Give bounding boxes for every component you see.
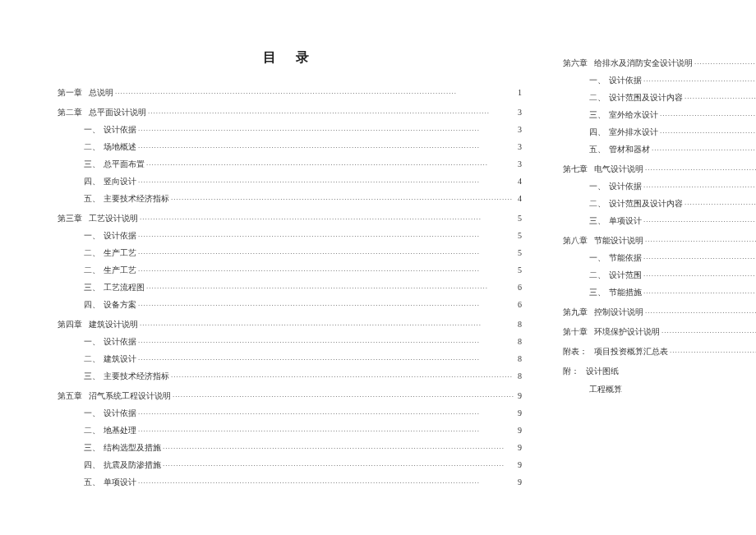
toc-leader: ········································…	[642, 217, 756, 225]
toc-text: 沼气系统工程设计说明	[89, 390, 171, 402]
toc-text: 工艺设计说明	[89, 213, 138, 224]
toc-leader: ········································…	[642, 288, 756, 297]
sub-label: 二、	[589, 92, 606, 104]
toc-page: 9	[518, 391, 522, 400]
toc-leader: ········································…	[642, 76, 756, 85]
appendix-text: 项目投资概算汇总表	[594, 346, 668, 357]
toc-subitem: 二、设计范围及设计内容·····························…	[563, 198, 756, 210]
toc-leader: ········································…	[660, 328, 756, 336]
toc-leader: ········································…	[169, 372, 516, 380]
toc-subitem: 二、生产工艺··································…	[58, 247, 522, 259]
toc-subitem: 三、工艺流程图·································…	[58, 282, 522, 293]
toc-page: 4	[518, 177, 522, 186]
toc-page: 5	[518, 214, 522, 223]
appendix-label: 附表：	[563, 346, 588, 357]
sub-label: 二、	[589, 198, 606, 210]
toc-text: 生产工艺	[104, 265, 136, 276]
sub-label: 五、	[589, 144, 606, 155]
toc-text: 节能措施	[609, 287, 642, 298]
sub-label: 一、	[589, 75, 606, 86]
toc-text: 设计依据	[104, 408, 136, 419]
toc-subitem: 三、节能措施··································…	[563, 287, 756, 298]
toc-right-column: 第六章给排水及消防安全设计说明·························…	[546, 49, 756, 510]
toc-subitem: 一、节能依据··································…	[563, 252, 756, 264]
sub-label: 三、	[589, 287, 606, 298]
toc-text: 总说明	[89, 87, 113, 99]
toc-subitem: 三、总平面布置·································…	[58, 159, 522, 170]
toc-subitem: 二、地基处理··································…	[58, 425, 522, 436]
sub-label: 三、	[84, 371, 100, 382]
toc-subitem: 五、管材和器材·································…	[563, 144, 756, 155]
toc-leader: ········································…	[145, 284, 516, 292]
toc-leader: ········································…	[658, 128, 756, 136]
toc-text: 设计依据	[104, 230, 136, 242]
toc-subitem: 二、设计范围··································…	[563, 270, 756, 281]
sub-label: 三、	[589, 109, 606, 121]
sub-label: 一、	[84, 230, 100, 242]
toc-leader: ········································…	[113, 89, 516, 97]
toc-chapter: 第二章总平面设计说明······························…	[58, 107, 522, 118]
attachment-label: 附：	[563, 366, 579, 377]
toc-subitem: 二、建筑设计··································…	[58, 353, 522, 365]
toc-left-list: 第一章总说明··································…	[58, 87, 522, 488]
toc-chapter: 第三章工艺设计说明·······························…	[58, 213, 522, 224]
toc-page: 9	[518, 426, 522, 435]
toc-subitem: 一、设计依据··································…	[58, 230, 522, 242]
toc-page: 8	[518, 320, 522, 329]
toc-subitem: 一、设计依据··································…	[58, 336, 522, 348]
toc-page: 6	[518, 300, 522, 309]
toc-text: 抗震及防渗措施	[104, 459, 161, 471]
toc-page: 8	[518, 354, 522, 363]
toc-chapter: 第七章电气设计说明·······························…	[563, 164, 756, 175]
toc-leader: ········································…	[136, 178, 516, 186]
toc-text: 环境保护设计说明	[594, 326, 660, 338]
toc-page: 5	[518, 265, 522, 274]
toc-chapter: 第十章环境保护设计说明·····························…	[563, 326, 756, 338]
sub-label: 一、	[589, 181, 606, 192]
toc-text: 工艺流程图	[104, 282, 145, 293]
toc-leader: ········································…	[136, 126, 516, 134]
toc-text: 设计范围及设计内容	[609, 92, 683, 104]
toc-text: 竖向设计	[104, 176, 136, 187]
toc-text: 设计范围及设计内容	[609, 198, 683, 210]
toc-page: 9	[518, 460, 522, 469]
toc-subitem: 四、室外排水设计································…	[563, 127, 756, 138]
chapter-label: 第八章	[563, 235, 588, 247]
toc-text: 电气设计说明	[594, 164, 643, 175]
toc-subitem: 三、主要技术经济指标······························…	[58, 371, 522, 382]
toc-text: 节能依据	[609, 252, 642, 264]
toc-text: 地基处理	[104, 425, 136, 436]
toc-subitem: 一、设计依据··································…	[58, 124, 522, 136]
toc-subitem: 三、结构选型及措施·······························…	[58, 442, 522, 454]
toc-text: 单项设计	[104, 477, 136, 488]
toc-leader: ········································…	[683, 94, 756, 102]
toc-subitem: 一、设计依据··································…	[563, 75, 756, 86]
toc-page: 5	[518, 231, 522, 240]
toc-leader: ········································…	[171, 392, 516, 400]
toc-leader: ········································…	[136, 338, 516, 346]
toc-right-list: 第六章给排水及消防安全设计说明·························…	[563, 58, 756, 338]
sub-label: 三、	[589, 215, 606, 227]
toc-text: 给排水及消防安全设计说明	[594, 58, 693, 69]
toc-leader: ········································…	[136, 249, 516, 257]
sub-label: 五、	[84, 193, 100, 205]
toc-leader: ········································…	[643, 308, 756, 316]
toc-text: 室外给水设计	[609, 109, 658, 121]
toc-left-column: 目 录 第一章总说明······························…	[58, 49, 546, 510]
toc-page: 8	[518, 371, 522, 380]
toc-text: 设计依据	[609, 181, 642, 192]
chapter-label: 第二章	[58, 107, 82, 118]
toc-page: 9	[518, 477, 522, 487]
sub-label: 四、	[84, 459, 100, 471]
toc-title: 目 录	[58, 49, 522, 67]
toc-chapter: 第八章节能设计说明·······························…	[563, 235, 756, 247]
toc-leader: ········································…	[138, 214, 516, 223]
toc-subitem: 一、设计依据··································…	[563, 181, 756, 192]
sub-label: 二、	[84, 425, 100, 436]
sub-label: 一、	[84, 408, 100, 419]
toc-page: 3	[518, 142, 522, 151]
toc-text: 结构选型及措施	[104, 442, 161, 454]
toc-subitem: 二、场地概述··································…	[58, 141, 522, 153]
toc-page: 4	[518, 194, 522, 203]
sub-label: 四、	[84, 176, 100, 187]
